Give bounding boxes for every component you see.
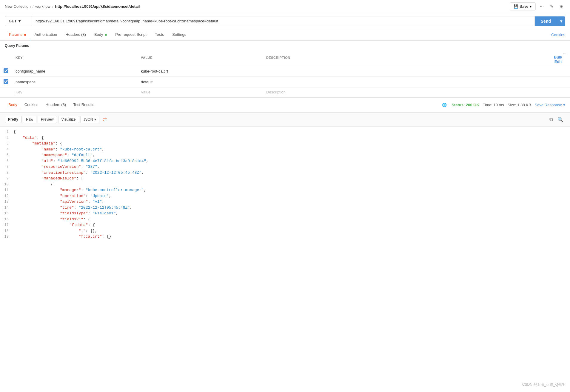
tab-headers[interactable]: Headers (8) — [61, 29, 90, 40]
format-visualize-button[interactable]: Visualize — [58, 116, 79, 123]
row2-checkbox[interactable] — [4, 79, 8, 84]
top-bar: New Collection / workflow / http://local… — [0, 0, 570, 13]
globe-icon: 🌐 — [442, 103, 447, 107]
format-preview-button[interactable]: Preview — [38, 116, 57, 123]
line-content: ".": {}, — [13, 228, 570, 234]
send-caret-icon[interactable]: ▾ — [557, 16, 565, 26]
line-number: 7 — [0, 164, 13, 170]
tab-authorization-label: Authorization — [34, 32, 57, 37]
method-caret-icon: ▾ — [19, 19, 21, 23]
response-tab-test-results[interactable]: Test Results — [70, 101, 98, 109]
layout-button[interactable]: ⊞ — [558, 2, 565, 10]
params-table: KEY VALUE DESCRIPTION ··· Bulk Edit conf… — [0, 50, 570, 97]
line-content: "creationTimestamp": "2022-12-12T05:45:4… — [13, 170, 570, 176]
code-area[interactable]: 1{2 "data": {3 "metadata": {4 "name": "k… — [0, 127, 570, 242]
edit-button[interactable]: ✎ — [548, 2, 555, 10]
tab-prerequest[interactable]: Pre-request Script — [111, 29, 151, 40]
code-line: 8 "creationTimestamp": "2022-12-12T05:45… — [0, 170, 570, 176]
row1-value[interactable]: kube-root-ca.crt — [141, 69, 168, 73]
row2-desc[interactable] — [263, 77, 546, 87]
query-params-label: Query Params — [0, 41, 570, 50]
tab-authorization[interactable]: Authorization — [30, 29, 61, 40]
code-line: 7 "resourceVersion": "387", — [0, 164, 570, 170]
row2-value[interactable]: default — [141, 80, 152, 84]
save-label: Save — [520, 4, 529, 9]
tab-tests[interactable]: Tests — [151, 29, 168, 40]
tab-body-label: Body — [94, 32, 103, 37]
request-tabs: Params Authorization Headers (8) Body Pr… — [0, 29, 570, 41]
response-tab-headers[interactable]: Headers (8) — [42, 101, 70, 109]
send-label: Send — [535, 16, 557, 26]
response-tab-cookies[interactable]: Cookies — [21, 101, 42, 109]
breadcrumb-part2[interactable]: workflow — [35, 4, 50, 9]
row2-key[interactable]: namespace — [16, 80, 36, 84]
cookies-link[interactable]: Cookies — [551, 30, 565, 40]
tab-params[interactable]: Params — [5, 29, 30, 40]
line-content: "name": "kube-root-ca.crt", — [13, 147, 570, 153]
breadcrumb: New Collection / workflow / http://local… — [5, 4, 507, 9]
line-number: 5 — [0, 152, 13, 158]
layout-icon: ⊞ — [560, 4, 563, 9]
save-response-caret-icon: ▾ — [563, 103, 565, 107]
line-number: 16 — [0, 216, 13, 222]
body-dot — [105, 34, 107, 36]
method-label: GET — [9, 19, 17, 23]
code-line: 14 "time": "2022-12-12T05:45:48Z", — [0, 205, 570, 211]
line-number: 10 — [0, 182, 13, 187]
tab-params-label: Params — [9, 32, 22, 37]
line-content: "f:ca.crt": {} — [13, 234, 570, 240]
search-button[interactable]: 🔍 — [556, 116, 565, 124]
code-line: 19 "f:ca.crt": {} — [0, 234, 570, 240]
response-tab-body[interactable]: Body — [5, 101, 21, 109]
response-header: Body Cookies Headers (8) Test Results 🌐 … — [0, 97, 570, 113]
send-button[interactable]: Send ▾ — [535, 16, 565, 26]
row1-key[interactable]: configmap_name — [16, 69, 45, 73]
url-input[interactable] — [32, 16, 535, 26]
line-number: 9 — [0, 176, 13, 181]
bulk-edit-button[interactable]: Bulk Edit — [550, 55, 566, 64]
method-select[interactable]: GET ▾ — [5, 16, 32, 26]
edit-icon: ✎ — [550, 4, 554, 9]
tab-settings[interactable]: Settings — [168, 29, 190, 40]
search-icon: 🔍 — [557, 117, 563, 122]
col-check-header — [0, 50, 12, 66]
tab-tests-label: Tests — [155, 32, 164, 37]
breadcrumb-active[interactable]: http://localhost:9091/api/k8s/daemonset/… — [55, 4, 140, 9]
line-number: 4 — [0, 147, 13, 152]
more-params-icon: ··· — [563, 51, 566, 55]
tab-body[interactable]: Body — [90, 29, 111, 40]
format-raw-button[interactable]: Raw — [23, 116, 36, 123]
line-content: "manager": "kube-controller-manager", — [13, 187, 570, 193]
placeholder-value[interactable]: Value — [141, 90, 150, 94]
format-pretty-button[interactable]: Pretty — [5, 116, 21, 123]
row1-checkbox[interactable] — [4, 68, 8, 73]
line-content: "apiVersion": "v1", — [13, 199, 570, 205]
format-type-select[interactable]: JSON ▾ — [80, 116, 99, 123]
tab-prerequest-label: Pre-request Script — [115, 32, 147, 37]
save-response-button[interactable]: Save Response ▾ — [535, 103, 565, 107]
row1-desc[interactable] — [263, 66, 546, 77]
code-line: 6 "uid": "1d660992-5b36-4e7f-81fa-be13a0… — [0, 158, 570, 164]
line-number: 6 — [0, 158, 13, 164]
line-number: 19 — [0, 234, 13, 239]
line-number: 13 — [0, 199, 13, 205]
save-button[interactable]: 💾 Save ▾ — [510, 2, 536, 10]
line-number: 11 — [0, 187, 13, 193]
line-number: 2 — [0, 135, 13, 141]
wrap-lines-button[interactable]: ⇌ — [101, 115, 109, 124]
line-content: "resourceVersion": "387", — [13, 164, 570, 170]
placeholder-key[interactable]: Key — [16, 90, 22, 94]
table-row: namespace default — [0, 77, 570, 87]
placeholder-desc[interactable]: Description — [266, 90, 286, 94]
code-line: 2 "data": { — [0, 135, 570, 141]
col-value-header: VALUE — [137, 50, 263, 66]
copy-button[interactable]: ⧉ — [548, 116, 554, 123]
line-content: "data": { — [13, 135, 570, 141]
breadcrumb-sep2: / — [52, 4, 53, 9]
response-time: Time: 10 ms — [483, 103, 504, 107]
more-options-button[interactable]: ··· — [538, 3, 546, 10]
breadcrumb-part1[interactable]: New Collection — [5, 4, 31, 9]
url-bar: GET ▾ Send ▾ — [0, 13, 570, 29]
line-number: 12 — [0, 193, 13, 199]
code-line: 16 "fieldsV1": { — [0, 216, 570, 222]
